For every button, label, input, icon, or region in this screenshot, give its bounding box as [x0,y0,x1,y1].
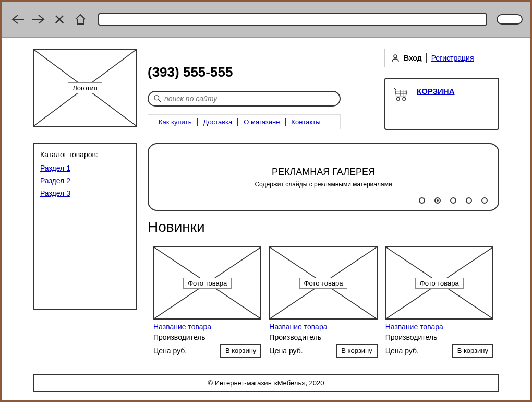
gallery-dots [419,197,488,204]
browser-search[interactable] [497,14,523,25]
product-maker: Производитель [385,333,493,341]
url-bar[interactable] [98,13,487,26]
info-links: Как купить Доставка О магазине Контакты [148,114,341,129]
link-delivery[interactable]: Доставка [198,118,238,126]
gallery-dot-3[interactable] [466,197,472,204]
auth-divider [426,53,427,63]
gallery-title: РЕКЛАМНАЯ ГАЛЕРЕЯ [272,167,375,178]
product-image[interactable]: Фото товара [269,246,377,320]
home-button[interactable] [72,12,89,27]
product-card: Фото товара Название товара Производител… [385,246,493,358]
auth-box: Вход Регистрация [384,49,499,67]
forward-button[interactable] [30,12,47,27]
product-list: Фото товара Название товара Производител… [148,241,499,363]
svg-point-4 [394,55,397,58]
logo-label: Логотип [68,82,102,93]
svg-point-6 [403,98,406,101]
add-to-cart-button[interactable]: В корзину [220,344,261,358]
stop-button[interactable] [51,12,68,27]
catalog-item-3[interactable]: Раздел 3 [40,189,130,197]
gallery-dot-0[interactable] [419,197,425,204]
product-price: Цена руб. [385,347,419,355]
cart-box[interactable]: КОРЗИНА [384,78,499,130]
catalog-sidebar: Каталог товаров: Раздел 1 Раздел 2 Разде… [33,143,137,310]
cart-icon [393,87,409,101]
svg-line-3 [159,100,161,102]
gallery-dot-2[interactable] [450,197,456,204]
product-price: Цена руб. [153,347,187,355]
footer: © Интернет-магазин «Мебель», 2020 [33,374,499,392]
login-link[interactable]: Вход [404,54,422,62]
product-price: Цена руб. [269,347,303,355]
back-button[interactable] [9,12,26,27]
catalog-title: Каталог товаров: [40,150,130,159]
cart-link[interactable]: КОРЗИНА [417,87,454,96]
add-to-cart-button[interactable]: В корзину [336,344,377,358]
product-image-label: Фото товара [415,278,464,289]
product-card: Фото товара Название товара Производител… [269,246,377,358]
product-name-link[interactable]: Название товара [153,323,261,331]
product-image[interactable]: Фото товара [385,246,493,320]
link-about[interactable]: О магазине [238,118,286,126]
browser-toolbar [2,2,530,38]
search-icon [154,95,161,102]
gallery-subtitle: Содержит слайды с рекламными материалами [255,181,392,188]
user-icon [391,54,400,62]
product-card: Фото товара Название товара Производител… [153,246,261,358]
register-link[interactable]: Регистрация [431,54,474,62]
logo[interactable]: Логотип [33,49,137,127]
product-image-label: Фото товара [299,278,348,289]
catalog-item-2[interactable]: Раздел 2 [40,176,130,185]
svg-point-2 [154,96,159,100]
svg-point-5 [397,98,400,101]
gallery-dot-4[interactable] [481,197,488,204]
add-to-cart-button[interactable]: В корзину [452,344,493,358]
product-image-label: Фото товара [183,278,232,289]
product-maker: Производитель [269,333,377,341]
novelties-title: Новинки [148,219,499,235]
search-input[interactable] [164,94,334,103]
link-contacts[interactable]: Контакты [286,118,325,126]
product-name-link[interactable]: Название товара [385,323,493,331]
phone-number: (393) 555-555 [148,64,374,80]
product-maker: Производитель [153,333,261,341]
gallery-dot-1[interactable] [434,197,441,204]
catalog-item-1[interactable]: Раздел 1 [40,164,130,172]
product-image[interactable]: Фото товара [153,246,261,320]
link-how-to-buy[interactable]: Как купить [153,118,198,126]
site-search[interactable] [148,91,341,107]
product-name-link[interactable]: Название товара [269,323,377,331]
ad-gallery[interactable]: РЕКЛАМНАЯ ГАЛЕРЕЯ Содержит слайды с рекл… [148,143,499,211]
